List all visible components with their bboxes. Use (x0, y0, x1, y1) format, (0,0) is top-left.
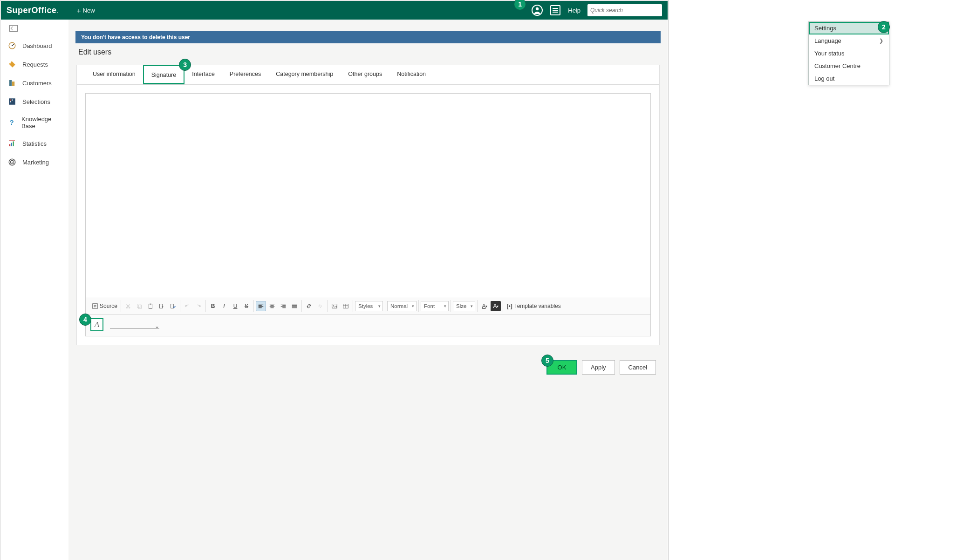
dropdown-item-customer-centre[interactable]: Customer Centre (809, 60, 889, 72)
template-variables-button[interactable]: [•] Template variables (505, 301, 562, 311)
tab-interface[interactable]: Interface (184, 65, 222, 84)
top-bar: SuperOffice. + New 1 Help (1, 1, 668, 20)
apply-button[interactable]: Apply (582, 360, 615, 375)
svg-point-19 (12, 162, 13, 163)
bars-icon (7, 139, 17, 148)
profile-dropdown: Settings 2 Language ❯ Your status Custom… (808, 21, 889, 85)
svg-rect-11 (12, 100, 13, 101)
bold-icon[interactable]: B (208, 301, 218, 311)
svg-point-32 (333, 305, 334, 306)
font-select[interactable]: Font (421, 301, 449, 311)
svg-point-6 (10, 62, 11, 63)
align-center-icon[interactable] (267, 301, 277, 311)
tab-other-groups[interactable]: Other groups (341, 65, 389, 84)
format-select[interactable]: Normal (387, 301, 417, 311)
editor-card: User information Signature 3 Interface P… (76, 65, 660, 345)
dropdown-item-language[interactable]: Language ❯ (809, 34, 889, 47)
svg-rect-8 (12, 82, 14, 86)
svg-text:?: ? (10, 118, 14, 126)
svg-rect-25 (149, 304, 152, 309)
search-input[interactable] (590, 7, 661, 14)
bg-color-icon[interactable]: A▾ (491, 301, 501, 311)
paste-text-icon[interactable]: T (157, 301, 167, 311)
profile-icon[interactable]: 1 (532, 5, 543, 16)
unlink-icon[interactable] (315, 301, 325, 311)
svg-rect-16 (13, 142, 14, 147)
strike-icon[interactable]: S (241, 301, 252, 311)
editor-toolbar: Source T W B (85, 298, 651, 314)
tab-signature[interactable]: Signature 3 (143, 65, 185, 84)
table-icon[interactable] (341, 301, 351, 311)
sidebar-item-label: Marketing (22, 159, 49, 166)
sidebar-item-label: Knowledge Base (21, 116, 62, 130)
logo: SuperOffice. (7, 6, 58, 15)
styles-select[interactable]: Styles (355, 301, 383, 311)
sidebar-item-statistics[interactable]: Statistics (1, 134, 68, 153)
tab-user-information[interactable]: User information (85, 65, 143, 84)
text-color-icon[interactable]: A▾ (479, 301, 490, 311)
cut-icon[interactable] (123, 301, 133, 311)
size-select[interactable]: Size (453, 301, 475, 311)
redo-icon[interactable] (193, 301, 204, 311)
tab-category-membership[interactable]: Category membership (268, 65, 341, 84)
main-menu-icon[interactable] (550, 5, 561, 16)
page-title: Edit users (78, 48, 658, 56)
svg-text:T: T (162, 305, 164, 308)
sidebar: Dashboard Requests Customers Selections … (1, 20, 68, 560)
source-button[interactable]: Source (90, 301, 119, 311)
paste-icon[interactable] (145, 301, 156, 311)
svg-rect-14 (9, 144, 10, 147)
font-style-a-button[interactable]: A (90, 318, 103, 331)
sidebar-item-label: Statistics (22, 140, 47, 147)
tab-notification[interactable]: Notification (389, 65, 433, 84)
italic-icon[interactable]: I (219, 301, 229, 311)
dropdown-item-logout[interactable]: Log out (809, 72, 889, 85)
svg-point-1 (536, 7, 539, 10)
dropdown-item-status[interactable]: Your status (809, 47, 889, 60)
tab-preferences[interactable]: Preferences (222, 65, 268, 84)
copy-icon[interactable] (134, 301, 144, 311)
image-icon[interactable] (329, 301, 340, 311)
align-justify-icon[interactable] (289, 301, 300, 311)
sidebar-item-label: Selections (22, 98, 50, 105)
svg-rect-26 (150, 304, 151, 305)
cancel-button[interactable]: Cancel (620, 360, 656, 375)
alert-banner: You don't have access to delete this use… (75, 31, 661, 43)
question-icon: ? (7, 118, 16, 127)
underline-icon[interactable]: U (230, 301, 240, 311)
new-button[interactable]: + New (77, 7, 95, 14)
new-label: New (83, 7, 95, 14)
font-dropdown[interactable]: ⌄ (110, 321, 159, 329)
help-link[interactable]: Help (568, 7, 580, 14)
align-right-icon[interactable] (278, 301, 288, 311)
sidebar-item-customers[interactable]: Customers (1, 74, 68, 92)
signature-editor[interactable] (85, 93, 651, 298)
tag-icon (7, 60, 17, 69)
link-icon[interactable] (304, 301, 314, 311)
sidebar-item-selections[interactable]: Selections (1, 92, 68, 111)
svg-rect-10 (10, 100, 11, 101)
dropdown-item-settings[interactable]: Settings 2 (809, 22, 889, 34)
align-left-icon[interactable] (256, 301, 266, 311)
callout-5: 5 (541, 355, 553, 367)
target-icon (7, 157, 17, 167)
svg-text:W: W (173, 305, 176, 308)
sidebar-item-requests[interactable]: Requests (1, 55, 68, 74)
sidebar-item-marketing[interactable]: Marketing (1, 153, 68, 171)
paste-word-icon[interactable]: W (168, 301, 178, 311)
undo-icon[interactable] (182, 301, 192, 311)
main-content: You don't have access to delete this use… (68, 20, 668, 560)
svg-rect-7 (9, 80, 12, 86)
sidebar-item-dashboard[interactable]: Dashboard (1, 36, 68, 55)
sidebar-item-label: Dashboard (22, 42, 52, 49)
svg-rect-15 (11, 143, 12, 147)
plus-icon: + (77, 7, 81, 14)
gauge-icon (7, 41, 17, 50)
svg-rect-9 (9, 98, 15, 105)
callout-2: 2 (878, 21, 890, 33)
callout-4: 4 (79, 314, 91, 326)
sidebar-item-knowledge-base[interactable]: ? Knowledge Base (1, 111, 68, 134)
callout-1: 1 (514, 0, 526, 10)
quick-search[interactable] (587, 4, 662, 16)
collapse-sidebar-icon[interactable] (9, 25, 18, 32)
